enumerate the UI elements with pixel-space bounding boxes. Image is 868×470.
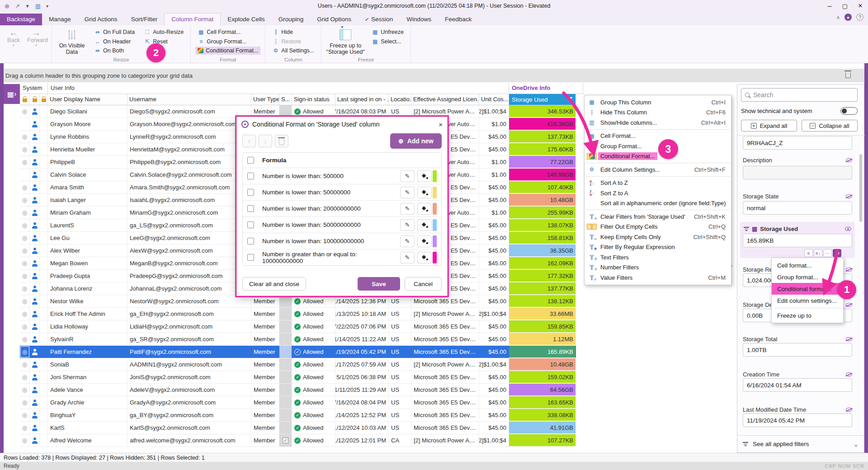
- cell-user-type[interactable]: Member: [251, 308, 279, 320]
- cell-last-signed-in[interactable]: 11/14/2025 12:52 PM: [335, 409, 389, 421]
- table-row[interactable]: ◎ Adele Vance AdeleV@sygx2.onmicrosoft.c…: [20, 384, 576, 396]
- cell-display-name[interactable]: SylvainR: [48, 333, 127, 345]
- storage-used-field[interactable]: 165.89KB: [743, 234, 852, 247]
- cell-location[interactable]: US: [389, 308, 411, 320]
- unfreeze-button[interactable]: ▦Unfreeze: [369, 28, 406, 36]
- cell-s[interactable]: [279, 371, 292, 383]
- cell-location[interactable]: US: [389, 396, 411, 409]
- formula-row[interactable]: Number is lower than: 20000000000 ✎: [243, 200, 441, 216]
- cell-unit-cost[interactable]: $45.00: [479, 409, 509, 421]
- cell-user-type[interactable]: Member: [251, 371, 279, 383]
- cell-storage-used[interactable]: 36.35GB: [509, 244, 576, 257]
- cell-last-signed-in[interactable]: 7/16/2024 08:04 PM: [335, 396, 389, 409]
- row-selector-cell[interactable]: ◎: [20, 396, 30, 409]
- tab-grid-options[interactable]: Grid Options: [310, 14, 358, 25]
- see-all-filters-button[interactable]: See all applied filters ⌄: [737, 435, 864, 452]
- account-icon[interactable]: ●: [844, 14, 852, 21]
- cell-last-signed-in[interactable]: 11/12/2024 10:03 AM: [335, 422, 389, 434]
- table-row[interactable]: ◎ Lidia Holloway LidiaH@sygx2.onmicrosof…: [20, 320, 576, 333]
- row-selector-cell[interactable]: ◎: [20, 308, 30, 320]
- row-selector-cell[interactable]: ◎: [20, 194, 30, 206]
- cell-format-button[interactable]: ▦Cell Format...: [195, 28, 260, 36]
- cell-signin-status[interactable]: ✓Allowed: [292, 346, 335, 358]
- cell-unit-cost[interactable]: $45.00: [479, 422, 509, 434]
- move-down-button[interactable]: ↓: [259, 135, 272, 147]
- fill-color-button[interactable]: [417, 187, 432, 198]
- cell-unit-cost[interactable]: $45.00: [479, 371, 509, 383]
- mini-menu-item-cell-format-[interactable]: Cell format...: [772, 259, 843, 271]
- on-both-button[interactable]: ⇹On Both: [92, 47, 137, 55]
- cell-license[interactable]: Microsoft 365 E5 Develop: [411, 346, 479, 358]
- cell-display-name[interactable]: Grayson Moore: [48, 118, 127, 130]
- cell-storage-used[interactable]: 162.09KB: [509, 257, 576, 269]
- cell-display-name[interactable]: Henrietta Mueller: [48, 143, 127, 155]
- cell-unit-cost[interactable]: $45.00: [479, 270, 509, 282]
- cell-storage-used[interactable]: 41.91GB: [509, 422, 576, 434]
- row-selector-cell[interactable]: ◎: [20, 232, 30, 244]
- cell-username[interactable]: LynneR@sygx2.onmicrosoft.com: [127, 131, 251, 143]
- cell-signin-status[interactable]: ✓Allowed: [292, 295, 335, 307]
- delete-rule-button[interactable]: [275, 135, 288, 147]
- cell-license[interactable]: [2] Microsoft Power Auto: [411, 105, 479, 118]
- cell-user-type[interactable]: Member: [251, 409, 279, 421]
- trash-icon[interactable]: [845, 72, 851, 78]
- cell-storage-used[interactable]: 159.85KB: [509, 320, 576, 333]
- edit-formula-button[interactable]: ✎: [400, 235, 415, 247]
- creation-time-field[interactable]: 6/16/2024 01:54 AM: [743, 378, 852, 392]
- cell-display-name[interactable]: Lidia Holloway: [48, 320, 127, 333]
- column-header-s-[interactable]: S...: [279, 94, 292, 105]
- tab-manage[interactable]: Manage: [42, 14, 78, 25]
- fill-color-button[interactable]: [417, 219, 432, 231]
- eye-slash-icon[interactable]: [846, 408, 852, 412]
- cell-username[interactable]: JoniS@sygx2.onmicrosoft.com: [127, 371, 251, 383]
- cell-storage-used[interactable]: 149.98GB: [509, 169, 576, 181]
- row-selector-cell[interactable]: ◎: [20, 358, 30, 371]
- cell-username[interactable]: PattiF@sygx2.onmicrosoft.com: [127, 346, 251, 358]
- cell-storage-used[interactable]: 138.07KB: [509, 219, 576, 231]
- eye-slash-icon[interactable]: [846, 303, 852, 307]
- cell-username[interactable]: PhilippeB@sygx2.onmicrosoft.com: [127, 156, 251, 168]
- cell-signin-status[interactable]: ✓Allowed: [292, 358, 335, 371]
- cell-storage-used[interactable]: 10.48GB: [509, 358, 576, 371]
- cell-user-type[interactable]: Member: [251, 384, 279, 396]
- menu-item-show-hide-columns-[interactable]: ▥ Show/Hide columns... Ctrl+Alt+I: [585, 118, 731, 128]
- column-header-user-type[interactable]: User Type: [251, 94, 279, 105]
- cell-display-name[interactable]: Calvin Solace: [48, 169, 127, 181]
- cell-last-signed-in[interactable]: 7/22/2025 07:06 PM: [335, 320, 389, 333]
- column-header-sign-in-status[interactable]: Sign-in status: [292, 94, 335, 105]
- cell-license[interactable]: Microsoft 365 E5 Develop: [411, 384, 479, 396]
- pin-icon[interactable]: [833, 249, 841, 257]
- cell-signin-status[interactable]: ✓Allowed: [292, 422, 335, 434]
- edit-formula-button[interactable]: ✎: [400, 203, 415, 215]
- cell-last-signed-in[interactable]: 11/13/2025 10:18 AM: [335, 308, 389, 320]
- formula-row[interactable]: Number is lower than: 100000000000 ✎: [243, 233, 441, 249]
- cell-user-type[interactable]: Member: [251, 295, 279, 307]
- row-selector-cell[interactable]: ◎: [20, 181, 30, 193]
- cell-license[interactable]: Microsoft 365 E5 Develop: [411, 396, 479, 409]
- cell-license[interactable]: [2] Microsoft Power Auto: [411, 434, 479, 446]
- row-selector-cell[interactable]: ◎: [20, 371, 30, 383]
- cell-display-name[interactable]: Adele Vance: [48, 384, 127, 396]
- table-row[interactable]: ◎ SylvainR ga_SR@sygx2.onmicrosoft.com M…: [20, 333, 576, 346]
- formula-checkbox[interactable]: [247, 238, 254, 244]
- cell-license[interactable]: Microsoft 365 E5 Develop: [411, 295, 479, 307]
- cell-username[interactable]: ga_SR@sygx2.onmicrosoft.com: [127, 333, 251, 345]
- cell-display-name[interactable]: Erick Hoff The Admin: [48, 308, 127, 320]
- group-format-button[interactable]: ≡Group Format...: [195, 38, 260, 46]
- column-header-username[interactable]: Username: [127, 94, 251, 105]
- table-row[interactable]: ◎ Joni Sherman JoniS@sygx2.onmicrosoft.c…: [20, 371, 576, 384]
- fill-color-button[interactable]: [417, 235, 432, 247]
- cell-display-name[interactable]: LaurentS: [48, 219, 127, 231]
- formula-row[interactable]: Number is lower than: 500000 ✎: [243, 168, 441, 184]
- band-system[interactable]: System: [20, 83, 48, 94]
- menu-item-number-filters[interactable]: # Number Filters: [585, 263, 731, 273]
- column-header-last-signed-in-on-[interactable]: Last signed in on - ...: [335, 94, 389, 105]
- cell-username[interactable]: ga_BY@sygx2.onmicrosoft.com: [127, 409, 251, 421]
- cell-display-name[interactable]: Alex Wilber: [48, 244, 127, 257]
- cell-username[interactable]: ga_EH@sygx2.onmicrosoft.com: [127, 308, 251, 320]
- row-selector-cell[interactable]: ◎: [20, 207, 30, 219]
- cell-display-name[interactable]: Miriam Graham: [48, 207, 127, 219]
- cell-signin-status[interactable]: ✓Allowed: [292, 409, 335, 421]
- tab-backstage[interactable]: Backstage: [0, 14, 42, 25]
- cell-username[interactable]: NestorW@sygx2.onmicrosoft.com: [127, 295, 251, 307]
